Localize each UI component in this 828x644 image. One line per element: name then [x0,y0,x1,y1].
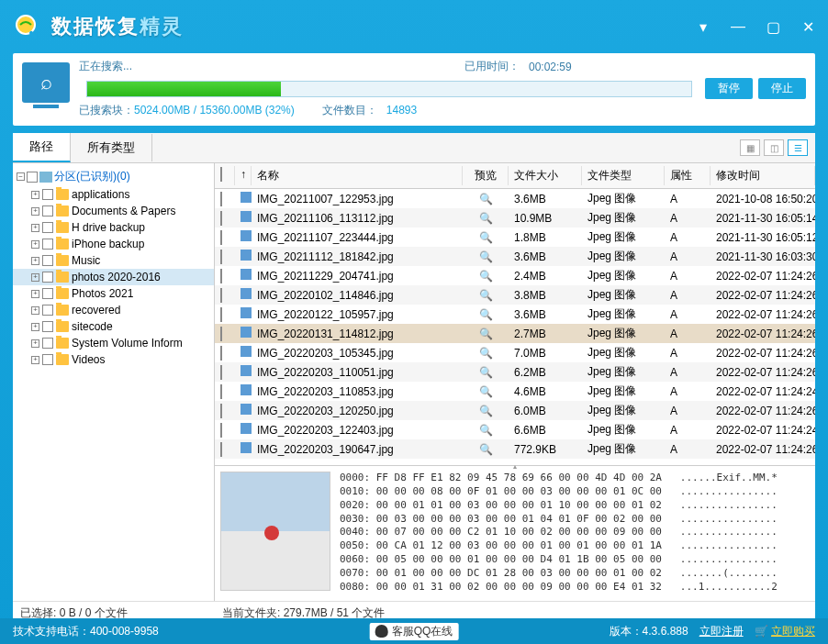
expand-icon[interactable]: + [31,207,39,216]
tab-all-types[interactable]: 所有类型 [71,134,152,161]
tree-root[interactable]: − 分区(已识别)(0) [13,167,214,186]
col-attr[interactable]: 属性 [665,166,711,185]
magnify-icon[interactable]: 🔍 [479,193,493,205]
file-row[interactable]: IMG_20220122_105957.jpg🔍3.6MBJpeg 图像A202… [215,305,815,324]
col-preview[interactable]: 预览 [463,166,509,185]
checkbox[interactable] [220,288,222,303]
file-row[interactable]: IMG_20220203_122403.jpg🔍6.6MBJpeg 图像A202… [215,420,815,439]
tree-item[interactable]: +Photos 2021 [13,285,214,302]
resize-handle[interactable]: ▴ [501,462,529,470]
tree-item[interactable]: +applications [13,186,214,203]
checkbox[interactable] [42,338,53,349]
magnify-icon[interactable]: 🔍 [479,212,493,225]
col-type[interactable]: 文件类型 [582,166,665,185]
magnify-icon[interactable]: 🔍 [479,347,493,360]
file-row[interactable]: IMG_20220203_110051.jpg🔍6.2MBJpeg 图像A202… [215,362,815,382]
checkbox[interactable] [42,305,53,316]
col-name[interactable]: 名称 [252,166,463,185]
expand-icon[interactable]: + [31,240,39,249]
tree-item[interactable]: +H drive backup [13,219,214,236]
file-row[interactable]: IMG_20211112_181842.jpg🔍3.6MBJpeg 图像A202… [215,247,815,266]
view-list-button[interactable]: ☰ [788,139,808,156]
expand-icon[interactable]: + [31,306,39,315]
qq-support[interactable]: 客服QQ在线 [370,623,459,640]
buy-link[interactable]: 立即购买 [771,625,815,638]
expand-icon[interactable]: + [31,191,39,199]
dropdown-icon[interactable]: ▾ [694,18,712,36]
file-row[interactable]: IMG_20220102_114846.jpg🔍3.8MBJpeg 图像A202… [215,285,815,305]
file-row[interactable]: IMG_20211007_122953.jpg🔍3.6MBJpeg 图像A202… [215,189,815,208]
magnify-icon[interactable]: 🔍 [479,308,493,321]
checkbox[interactable] [42,321,53,332]
checkbox[interactable] [220,346,222,361]
checkbox[interactable] [42,255,53,266]
checkbox[interactable] [220,307,222,322]
pause-button[interactable]: 暂停 [705,78,753,99]
checkbox[interactable] [42,205,53,217]
checkbox[interactable] [220,404,222,418]
magnify-icon[interactable]: 🔍 [479,250,493,263]
file-list[interactable]: IMG_20211007_122953.jpg🔍3.6MBJpeg 图像A202… [215,189,815,465]
magnify-icon[interactable]: 🔍 [479,289,493,302]
collapse-icon[interactable]: − [17,172,25,181]
checkbox[interactable] [42,239,53,250]
file-row[interactable]: IMG_20220203_120250.jpg🔍6.0MBJpeg 图像A202… [215,401,815,420]
file-row[interactable]: IMG_20211106_113112.jpg🔍10.9MBJpeg 图像A20… [215,208,815,228]
tree-item[interactable]: +Videos [13,351,214,368]
tree-item[interactable]: +Documents & Papers [13,203,214,219]
col-size[interactable]: 文件大小 [509,166,582,185]
file-row[interactable]: IMG_20220131_114812.jpg🔍2.7MBJpeg 图像A202… [215,324,815,343]
checkbox[interactable] [220,269,222,283]
checkbox[interactable] [42,288,53,299]
expand-icon[interactable]: + [31,257,39,265]
up-arrow-icon[interactable]: ↑ [235,166,252,185]
tree-item[interactable]: +photos 2020-2016 [13,269,214,285]
expand-icon[interactable]: + [31,224,39,232]
tree-item[interactable]: +sitecode [13,318,214,335]
file-row[interactable]: IMG_20220203_105345.jpg🔍7.0MBJpeg 图像A202… [215,343,815,362]
checkbox[interactable] [220,230,222,245]
checkbox[interactable] [220,327,222,341]
magnify-icon[interactable]: 🔍 [479,424,493,437]
tree-item[interactable]: +iPhone backup [13,236,214,252]
col-date[interactable]: 修改时间 [711,166,815,185]
magnify-icon[interactable]: 🔍 [479,270,493,283]
magnify-icon[interactable]: 🔍 [479,405,493,417]
checkbox[interactable] [42,272,53,283]
magnify-icon[interactable]: 🔍 [479,231,493,244]
register-link[interactable]: 立即注册 [699,624,744,639]
checkbox[interactable] [42,189,53,200]
tree-item[interactable]: +System Volume Inform [13,335,214,351]
close-button[interactable]: ✕ [799,18,817,36]
checkbox[interactable] [220,423,222,438]
magnify-icon[interactable]: 🔍 [479,443,493,456]
expand-icon[interactable]: + [31,290,39,298]
expand-icon[interactable]: + [31,356,39,364]
magnify-icon[interactable]: 🔍 [479,366,493,379]
magnify-icon[interactable]: 🔍 [479,385,493,398]
tree-item[interactable]: +Music [13,252,214,269]
stop-button[interactable]: 停止 [758,78,806,99]
checkbox[interactable] [220,250,222,264]
checkbox-all[interactable] [220,167,222,182]
checkbox[interactable] [42,222,53,233]
view-large-button[interactable]: ◫ [764,139,784,156]
maximize-button[interactable]: ▢ [764,18,782,36]
checkbox[interactable] [27,172,38,183]
tree-item[interactable]: +recovered [13,302,214,318]
checkbox[interactable] [220,211,222,226]
expand-icon[interactable]: + [31,273,39,282]
tree-panel[interactable]: − 分区(已识别)(0) +applications+Documents & P… [13,163,215,601]
checkbox[interactable] [220,365,222,380]
file-row[interactable]: IMG_20220203_110853.jpg🔍4.6MBJpeg 图像A202… [215,382,815,401]
checkbox[interactable] [220,442,222,457]
view-grid-button[interactable]: ▦ [740,139,760,156]
minimize-button[interactable]: — [729,18,747,36]
file-row[interactable]: IMG_20220203_190647.jpg🔍772.9KBJpeg 图像A2… [215,439,815,459]
magnify-icon[interactable]: 🔍 [479,328,493,340]
file-row[interactable]: IMG_20211229_204741.jpg🔍2.4MBJpeg 图像A202… [215,266,815,285]
expand-icon[interactable]: + [31,323,39,331]
checkbox[interactable] [42,354,53,365]
tab-path[interactable]: 路径 [13,133,71,162]
checkbox[interactable] [220,192,222,206]
